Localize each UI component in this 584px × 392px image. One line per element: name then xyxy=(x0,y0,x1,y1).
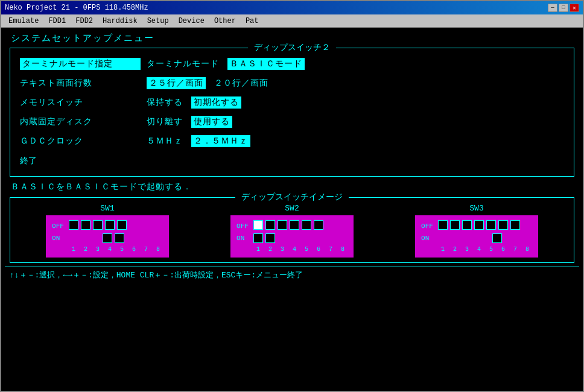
options-text-lines: ２５行／画面 ２０行／画面 xyxy=(147,77,268,89)
close-button[interactable]: ✕ xyxy=(570,4,579,12)
option-25mhz[interactable]: ２．５ＭＨｚ xyxy=(191,135,250,147)
label-text-lines[interactable]: テキスト画面行数 xyxy=(20,78,141,89)
sw2-4[interactable] xyxy=(290,220,299,230)
sw2-inner: OFF ON xyxy=(230,215,354,258)
sw2-8[interactable] xyxy=(265,233,275,243)
sw2-off-label: OFF xyxy=(236,223,249,230)
sw2-num-7: 7 xyxy=(326,246,335,253)
sw3-1[interactable] xyxy=(438,220,448,230)
sw3-block: SW3 OFF ON xyxy=(415,204,538,258)
menu-emulate[interactable]: Emulate xyxy=(4,16,43,27)
menu-device[interactable]: Device xyxy=(174,16,209,27)
label-memory-switch[interactable]: メモリスイッチ xyxy=(20,97,141,108)
minimize-button[interactable]: ─ xyxy=(548,4,557,12)
label-terminal-mode[interactable]: ターミナルモード指定 xyxy=(20,58,141,70)
menu-harddisk[interactable]: Harddisk xyxy=(98,16,142,27)
options-terminal-mode: ターミナルモード ＢＡＳＩＣモード xyxy=(147,58,305,70)
row-text-lines: テキスト画面行数 ２５行／画面 ２０行／画面 xyxy=(20,74,564,93)
sw1-4[interactable] xyxy=(105,220,115,230)
sw3-off-label: OFF xyxy=(421,223,433,230)
sw2-num-2: 2 xyxy=(265,246,275,253)
sw2-on-label: ON xyxy=(236,235,249,242)
sw2-num-6: 6 xyxy=(314,246,323,253)
sw2-grid: 1 2 3 4 5 6 7 8 xyxy=(253,220,348,253)
option-keep[interactable]: 保持する xyxy=(147,97,183,108)
sw2-3[interactable] xyxy=(278,220,287,230)
sw1-block: SW1 OFF ON xyxy=(46,204,169,258)
menu-bar: Emulate FDD1 FDD2 Harddisk Setup Device … xyxy=(1,14,583,28)
dip-image-panel: ディップスイッチイメージ SW1 OFF ON xyxy=(10,197,574,263)
sw3-5[interactable] xyxy=(486,220,496,230)
sw1-num-2: 2 xyxy=(81,246,90,253)
sw1-3[interactable] xyxy=(93,220,103,230)
dip2-panel: ディップスイッチ２ ターミナルモード指定 ターミナルモード ＢＡＳＩＣモード テ… xyxy=(10,48,574,177)
option-disconnect[interactable]: 切り離す xyxy=(147,116,183,127)
sw1-1[interactable] xyxy=(69,220,78,230)
sw2-num-1: 1 xyxy=(253,246,263,253)
option-25lines[interactable]: ２５行／画面 xyxy=(147,77,206,89)
label-disk[interactable]: 内蔵固定ディスク xyxy=(20,116,141,127)
sw3-num-4: 4 xyxy=(474,246,484,253)
sw3-4[interactable] xyxy=(474,220,484,230)
sw2-num-4: 4 xyxy=(290,246,299,253)
sw1-7[interactable] xyxy=(115,233,124,243)
sw1-2[interactable] xyxy=(81,220,90,230)
sw1-6[interactable] xyxy=(103,233,112,243)
sw3-7[interactable] xyxy=(510,220,520,230)
sw3-2[interactable] xyxy=(450,220,460,230)
row-memory-switch: メモリスイッチ 保持する 初期化する xyxy=(20,93,564,112)
option-basic-mode[interactable]: ＢＡＳＩＣモード xyxy=(227,58,305,70)
menu-fdd1[interactable]: FDD1 xyxy=(43,16,71,27)
sw2-2[interactable] xyxy=(265,220,275,230)
end-label[interactable]: 終了 xyxy=(20,156,37,166)
sw2-top-row2 xyxy=(253,232,348,243)
menu-setup[interactable]: Setup xyxy=(142,16,174,27)
sw1-num-6: 6 xyxy=(129,246,139,253)
sw3-3[interactable] xyxy=(462,220,472,230)
sw2-top-row xyxy=(253,220,348,230)
sw2-1[interactable] xyxy=(253,220,263,230)
sw1-num-7: 7 xyxy=(141,246,151,253)
sw1-inner: OFF ON xyxy=(46,215,169,258)
sw3-num-6: 6 xyxy=(498,246,508,253)
option-20lines[interactable]: ２０行／画面 xyxy=(214,78,268,89)
sw1-num-4: 4 xyxy=(105,246,115,253)
sw1-top-row xyxy=(69,220,163,230)
sw1-title: SW1 xyxy=(100,204,114,213)
status-text: ＢＡＳＩＣをＢＡＳＩＣモードで起動する． xyxy=(11,182,192,192)
option-5mhz[interactable]: ５ＭＨｚ xyxy=(147,136,183,147)
sw2-off-on: OFF ON xyxy=(236,220,249,244)
sw1-row: OFF ON xyxy=(52,220,163,253)
menu-fdd2[interactable]: FDD2 xyxy=(71,16,98,27)
end-row: 終了 xyxy=(20,151,564,166)
main-content: システムセットアップメニュー ディップスイッチ２ ターミナルモード指定 ターミナ… xyxy=(1,28,583,391)
option-terminal[interactable]: ターミナルモード xyxy=(147,58,219,69)
sw3-num-1: 1 xyxy=(438,246,448,253)
sw3-top-row2 xyxy=(438,232,532,243)
sw3-inner: OFF ON xyxy=(415,215,538,258)
sw1-off-label: OFF xyxy=(52,223,64,230)
sw2-7[interactable] xyxy=(253,233,263,243)
window-title: Neko Project 21 - 0FPS 118.458MHz xyxy=(5,4,148,12)
option-use[interactable]: 使用する xyxy=(191,116,232,128)
title-bar-buttons: ─ □ ✕ xyxy=(548,4,579,12)
row-terminal-mode: ターミナルモード指定 ターミナルモード ＢＡＳＩＣモード xyxy=(20,54,564,74)
menu-pat[interactable]: Pat xyxy=(241,16,264,27)
sw2-title: SW2 xyxy=(285,204,299,213)
sw2-5[interactable] xyxy=(302,220,311,230)
sw3-6[interactable] xyxy=(498,220,508,230)
sw1-5[interactable] xyxy=(117,220,127,230)
sw2-num-3: 3 xyxy=(278,246,287,253)
sw2-6[interactable] xyxy=(314,220,323,230)
sw3-8[interactable] xyxy=(492,233,502,243)
sw3-title: SW3 xyxy=(469,204,483,213)
sw3-grid: 1 2 3 4 5 6 7 8 xyxy=(438,220,532,253)
sw2-numbers: 1 2 3 4 5 6 7 8 xyxy=(253,245,348,253)
maximize-button[interactable]: □ xyxy=(559,4,568,12)
option-init[interactable]: 初期化する xyxy=(191,96,241,109)
help-text: ↑↓＋－:選択，←→＋－:設定，HOME CLR＋－:出荷時設定，ESCキー:メ… xyxy=(10,271,303,280)
menu-other[interactable]: Other xyxy=(209,16,241,27)
sw3-num-7: 7 xyxy=(510,246,520,253)
sw1-num-1: 1 xyxy=(69,246,78,253)
label-gdc[interactable]: ＧＤＣクロック xyxy=(20,136,141,147)
